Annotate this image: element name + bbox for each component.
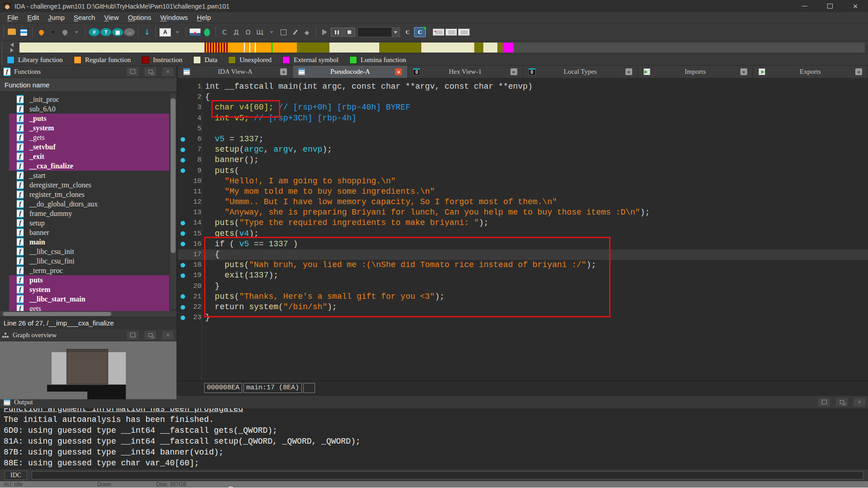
- breakpoint-gutter[interactable]: [178, 197, 188, 207]
- breakpoint-gutter[interactable]: [178, 124, 188, 134]
- function-item--term-proc[interactable]: f_term_proc: [9, 266, 169, 275]
- breakpoint-icon[interactable]: [181, 242, 185, 246]
- hscrollbar-thumb[interactable]: [3, 312, 111, 316]
- function-list-hscrollbar[interactable]: [0, 311, 176, 317]
- close-button[interactable]: [843, 0, 868, 12]
- breakpoint-gutter[interactable]: [178, 207, 188, 218]
- compile-file-icon[interactable]: C: [402, 28, 413, 37]
- breakpoint-gutter[interactable]: [178, 312, 188, 323]
- tab-close-icon[interactable]: [280, 68, 287, 75]
- function-item--libc-csu-init[interactable]: f__libc_csu_init: [9, 247, 169, 256]
- breakpoint-icon[interactable]: [181, 316, 185, 320]
- functions-maximize-button[interactable]: [127, 67, 138, 76]
- breakpoint-gutter[interactable]: [178, 260, 188, 270]
- function-item-gets[interactable]: fgets: [9, 304, 169, 311]
- breakpoint-gutter[interactable]: [178, 270, 188, 281]
- breakpoint-gutter[interactable]: [178, 187, 188, 197]
- breakpoint-icon[interactable]: [181, 137, 185, 142]
- menu-help[interactable]: Help: [192, 12, 215, 23]
- menu-search[interactable]: Search: [69, 12, 100, 23]
- breakpoint-icon[interactable]: [181, 221, 185, 225]
- legend-handle[interactable]: [2, 54, 2, 66]
- make-number-icon[interactable]: #: [89, 28, 100, 36]
- idc-command-input[interactable]: [32, 471, 863, 479]
- breakpoint-icon[interactable]: [181, 294, 185, 299]
- menu-windows[interactable]: Windows: [156, 12, 192, 23]
- graph-viewport-rect[interactable]: [67, 349, 108, 384]
- maximize-button[interactable]: [817, 0, 843, 12]
- make-array-icon[interactable]: ▦: [112, 28, 123, 36]
- menu-jump[interactable]: Jump: [43, 12, 69, 23]
- debugger-stop-icon[interactable]: [343, 28, 355, 37]
- idc-mode-button[interactable]: IDC: [5, 471, 27, 480]
- tab-close-icon[interactable]: [625, 68, 632, 75]
- function-item--libc-start-main[interactable]: f__libc_start_main: [9, 294, 169, 304]
- function-name-column-header[interactable]: Function name: [0, 78, 176, 92]
- breakpoint-gutter[interactable]: [178, 92, 188, 102]
- jump-address-icon[interactable]: ↓: [142, 26, 153, 38]
- breakpoint-gutter[interactable]: [178, 113, 188, 124]
- function-item--puts[interactable]: f_puts: [9, 114, 169, 123]
- function-item-setup[interactable]: fsetup: [9, 218, 169, 228]
- tab-close-icon[interactable]: [395, 68, 402, 75]
- breakpoint-gutter[interactable]: [178, 239, 188, 249]
- functions-float-button[interactable]: [144, 67, 156, 76]
- output-close-button[interactable]: [854, 398, 865, 407]
- breakpoint-gutter[interactable]: [178, 102, 188, 113]
- breakpoint-icon[interactable]: [181, 148, 185, 152]
- breakpoint-list-icon[interactable]: [433, 29, 444, 36]
- function-item--init-proc[interactable]: f_init_proc: [9, 95, 169, 104]
- tab-local-types[interactable]: 0Local Types: [523, 66, 638, 78]
- breakpoint-gutter[interactable]: [178, 166, 188, 176]
- nav-back-caret-icon[interactable]: [48, 26, 58, 38]
- function-item--setvbuf[interactable]: f_setvbuf: [9, 142, 169, 152]
- minimize-button[interactable]: [792, 0, 817, 12]
- stack-variables-icon[interactable]: Щ: [254, 26, 265, 38]
- breakpoint-icon[interactable]: [181, 273, 185, 278]
- debugger-select-combo[interactable]: [358, 27, 400, 37]
- diamond-icon[interactable]: ◆: [301, 26, 312, 38]
- breakpoint-gutter[interactable]: [178, 249, 188, 260]
- tab-ida-view-a[interactable]: IDA View-A: [178, 66, 293, 78]
- breakpoint-icon[interactable]: [181, 158, 185, 163]
- lumina-icon[interactable]: [201, 26, 212, 38]
- toolbar-handle[interactable]: [4, 26, 4, 38]
- tab-close-icon[interactable]: [510, 68, 517, 75]
- function-item-sub-6a0[interactable]: fsub_6A0: [9, 104, 169, 114]
- function-item--gets[interactable]: f_gets: [9, 133, 169, 142]
- quick-compile-icon[interactable]: C: [414, 27, 426, 37]
- breakpoint-gutter[interactable]: [178, 81, 188, 92]
- set-color-icon[interactable]: [190, 29, 200, 36]
- band-left-arrow-icon[interactable]: [10, 43, 14, 47]
- function-item--libc-csu-fini[interactable]: f__libc_csu_fini: [9, 256, 169, 266]
- breakpoint-icon[interactable]: [181, 231, 185, 236]
- trace-window-icon[interactable]: [458, 29, 470, 36]
- make-text-icon[interactable]: T: [100, 28, 111, 36]
- breakpoint-gutter[interactable]: [178, 218, 188, 228]
- menu-options[interactable]: Options: [124, 12, 156, 23]
- edit-icon[interactable]: [290, 26, 300, 38]
- watch-list-icon[interactable]: [445, 29, 457, 36]
- nav-forward-icon[interactable]: [59, 26, 70, 38]
- menu-file[interactable]: File: [3, 12, 23, 23]
- debugger-start-icon[interactable]: [319, 26, 330, 38]
- function-caret-icon[interactable]: [266, 26, 277, 38]
- function-item--cxa-finalize[interactable]: f__cxa_finalize: [9, 161, 169, 171]
- graph-maximize-button[interactable]: [127, 331, 138, 340]
- vscrollbar-thumb[interactable]: [171, 98, 176, 254]
- breakpoint-icon[interactable]: [181, 305, 185, 310]
- output-log[interactable]: Function argument information has been p…: [0, 408, 868, 469]
- function-item-register-tm-clones[interactable]: fregister_tm_clones: [9, 190, 169, 199]
- output-float-button[interactable]: [836, 398, 848, 407]
- breakpoint-gutter[interactable]: [178, 134, 188, 144]
- graph-float-button[interactable]: [144, 331, 156, 340]
- debugger-pause-icon[interactable]: [331, 28, 343, 37]
- tab-pseudocode-a[interactable]: Pseudocode-A: [293, 66, 408, 78]
- save-file-icon[interactable]: [18, 26, 29, 38]
- breakpoint-gutter[interactable]: [178, 229, 188, 239]
- select-region-icon[interactable]: [278, 26, 289, 38]
- function-item-deregister-tm-clones[interactable]: fderegister_tm_clones: [9, 180, 169, 190]
- function-item--system[interactable]: f_system: [9, 123, 169, 133]
- tab-close-icon[interactable]: [740, 68, 747, 75]
- band-handle[interactable]: [2, 42, 2, 53]
